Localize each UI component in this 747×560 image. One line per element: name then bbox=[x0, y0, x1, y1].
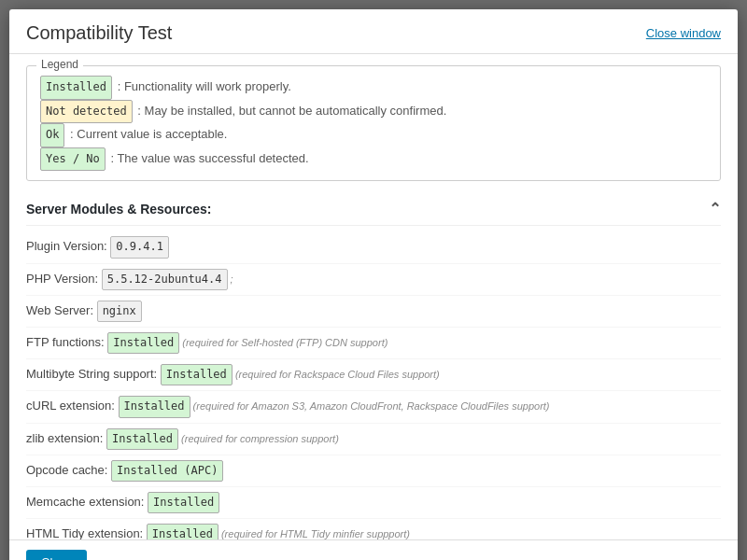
badge-ok: Ok bbox=[40, 123, 64, 147]
badge-installed: Installed bbox=[40, 76, 112, 100]
row-note: (required for HTML Tidy minfier suppport… bbox=[218, 528, 410, 539]
table-row: Multibyte String support: Installed (req… bbox=[26, 359, 721, 391]
value-badge: 5.5.12-2ubuntu4.4 bbox=[102, 269, 228, 290]
badge-not-detected: Not detected bbox=[40, 100, 133, 124]
legend-title: Legend bbox=[36, 58, 83, 71]
row-note: (required for compression support) bbox=[178, 433, 339, 444]
close-window-link[interactable]: Close window bbox=[646, 26, 721, 40]
row-label: Memcache extension: bbox=[26, 495, 148, 509]
table-row: Memcache extension: Installed bbox=[26, 487, 721, 519]
status-badge: Installed bbox=[147, 524, 218, 539]
value-badge: 0.9.4.1 bbox=[110, 236, 169, 258]
modal-overlay: Compatibility Test Close window Legend I… bbox=[0, 0, 747, 560]
table-row: FTP functions: Installed (required for S… bbox=[26, 328, 721, 359]
row-note: (required for Self-hosted (FTP) CDN supp… bbox=[179, 337, 388, 348]
status-badge: Installed bbox=[119, 396, 190, 417]
row-note: ; bbox=[228, 273, 233, 285]
section-title: Server Modules & Resources: bbox=[26, 202, 211, 217]
legend-box: Legend Installed : Functionality will wo… bbox=[26, 65, 721, 181]
status-badge: Installed (APC) bbox=[111, 460, 223, 482]
row-label: Web Server: bbox=[26, 303, 97, 317]
modal-title: Compatibility Test bbox=[26, 22, 172, 44]
table-row: Opcode cache: Installed (APC) bbox=[26, 455, 721, 487]
status-badge: Installed bbox=[148, 492, 219, 513]
status-badge: Installed bbox=[107, 332, 179, 354]
legend-item-ok: Ok : Current value is acceptable. bbox=[40, 123, 707, 147]
table-row: Plugin Version: 0.9.4.1 bbox=[26, 231, 721, 263]
row-note: (required for Rackspace Cloud Files supp… bbox=[233, 369, 440, 380]
modal-body: Legend Installed : Functionality will wo… bbox=[9, 54, 738, 539]
section-header: Server Modules & Resources: ⌃ bbox=[26, 194, 721, 226]
row-label: Plugin Version: bbox=[26, 239, 110, 253]
table-row: HTML Tidy extension: Installed (required… bbox=[26, 519, 721, 539]
modal-header: Compatibility Test Close window bbox=[9, 9, 738, 54]
table-row: zlib extension: Installed (required for … bbox=[26, 424, 721, 455]
row-label: Multibyte String support: bbox=[26, 367, 161, 381]
row-label: HTML Tidy extension: bbox=[26, 526, 147, 539]
rows-container: Plugin Version: 0.9.4.1PHP Version: 5.5.… bbox=[26, 231, 721, 539]
legend-item-yes-no: Yes / No : The value was successful dete… bbox=[40, 147, 707, 172]
legend-item-not-detected: Not detected : May be installed, but can… bbox=[40, 100, 707, 124]
table-row: PHP Version: 5.5.12-2ubuntu4.4 ; bbox=[26, 264, 721, 296]
row-note: (required for Amazon S3, Amazon CloudFro… bbox=[190, 400, 550, 412]
table-row: Web Server: nginx bbox=[26, 296, 721, 328]
row-label: cURL extension: bbox=[26, 399, 119, 413]
row-label: zlib extension: bbox=[26, 431, 106, 445]
row-label: PHP Version: bbox=[26, 272, 102, 286]
compatibility-modal: Compatibility Test Close window Legend I… bbox=[9, 9, 738, 560]
chevron-up-icon[interactable]: ⌃ bbox=[709, 200, 721, 217]
table-row: cURL extension: Installed (required for … bbox=[26, 391, 721, 423]
status-badge: Installed bbox=[106, 428, 178, 450]
close-button[interactable]: Close bbox=[26, 550, 87, 560]
modal-footer: Close bbox=[9, 539, 738, 560]
row-label: FTP functions: bbox=[26, 335, 107, 349]
status-badge: Installed bbox=[161, 364, 233, 385]
value-badge: nginx bbox=[97, 301, 142, 322]
row-label: Opcode cache: bbox=[26, 463, 111, 477]
legend-item-installed: Installed : Functionality will work prop… bbox=[40, 76, 707, 100]
badge-yes-no: Yes / No bbox=[40, 147, 106, 172]
